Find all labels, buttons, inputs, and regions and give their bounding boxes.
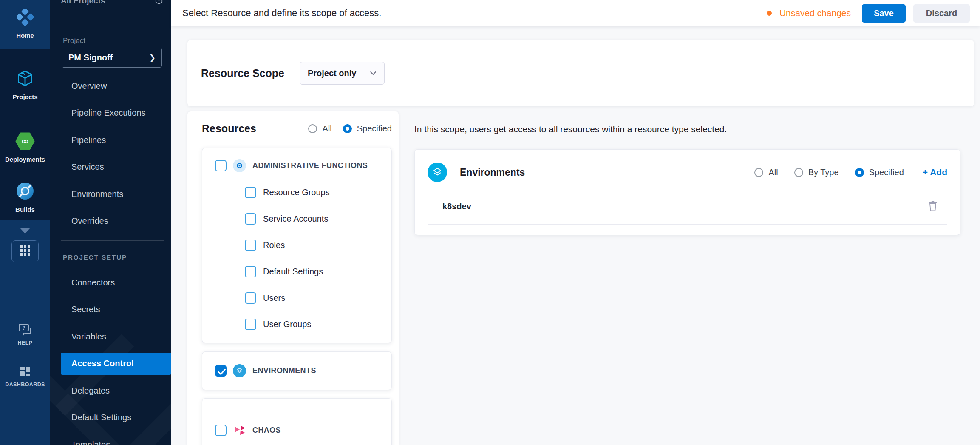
unsaved-dot-icon [767, 11, 772, 16]
environment-row-k8sdev: k8sdev [428, 200, 947, 225]
radio-label: Specified [357, 124, 392, 134]
sidebar-item-access-control[interactable]: Access Control [61, 353, 171, 375]
sidebar-divider [61, 240, 164, 241]
resource-group-card-chaos: CHAOS [202, 398, 392, 445]
scope-dropdown-value: Project only [308, 68, 356, 78]
sidebar-item-overrides[interactable]: Overrides [61, 210, 171, 232]
sidebar-item-overview[interactable]: Overview [61, 75, 171, 97]
sidebar-top-clipped-row[interactable]: All Projects [61, 0, 164, 6]
rail-label: Home [16, 32, 34, 39]
content-area: Resource Scope Project only Resources [171, 26, 980, 445]
sidebar-item-secrets[interactable]: Secrets [61, 299, 171, 321]
collapse-chevron-down-icon[interactable] [20, 228, 30, 234]
resource-group-card-administrative-functions: ADMINISTRATIVE FUNCTIONS Resource Groups… [202, 148, 392, 343]
env-radio-by-type[interactable]: By Type [794, 168, 839, 177]
save-button[interactable]: Save [862, 4, 906, 23]
rail-label: DASHBOARDS [5, 382, 45, 388]
resource-group-title: CHAOS [252, 426, 281, 435]
builds-icon [16, 182, 34, 202]
sidebar-item-pipeline-executions[interactable]: Pipeline Executions [61, 102, 171, 124]
project-setup-section-label: PROJECT SETUP [63, 254, 127, 261]
chevron-right-icon: ❯ [149, 53, 156, 63]
resources-radio-all[interactable]: All [308, 124, 331, 134]
environments-checkbox[interactable] [215, 365, 227, 377]
radio-label: Specified [869, 168, 904, 177]
page-header: Select Resource and define its scope of … [171, 0, 980, 26]
detail-card-title: Environments [460, 167, 525, 178]
unsaved-changes-label: Unsaved changes [779, 8, 851, 18]
radio-label: All [322, 124, 331, 134]
project-selector[interactable]: PM Signoff ❯ [62, 48, 162, 68]
rail-item-deployments[interactable]: ∞ Deployments [0, 126, 50, 170]
rail-label: HELP [18, 340, 33, 346]
module-rail: Home Projects [0, 0, 50, 445]
project-label: Project [63, 37, 85, 45]
service-accounts-checkbox[interactable] [245, 213, 256, 225]
deployments-icon: ∞ [15, 132, 35, 152]
default-settings-checkbox[interactable] [245, 266, 256, 277]
rail-item-projects[interactable]: Projects [0, 63, 50, 107]
chaos-checkbox[interactable] [215, 425, 227, 436]
rail-divider [10, 117, 40, 117]
scope-note: In this scope, users get access to all r… [414, 124, 960, 134]
radio-icon [855, 168, 864, 177]
sidebar-item-templates[interactable]: Templates [61, 434, 171, 445]
grid-icon [20, 245, 31, 258]
home-icon [17, 9, 34, 28]
resource-scope-title: Resource Scope [201, 67, 284, 80]
sidebar-item-connectors[interactable]: Connectors [61, 271, 171, 294]
resource-scope-card: Resource Scope Project only [187, 40, 974, 106]
environment-name: k8sdev [442, 202, 471, 211]
resources-heading: Resources [202, 123, 256, 135]
chevron-down-icon [370, 69, 377, 77]
resource-group-title: ADMINISTRATIVE FUNCTIONS [252, 161, 368, 170]
checkbox-label: Roles [263, 240, 285, 250]
radio-icon [754, 168, 763, 177]
users-checkbox[interactable] [245, 292, 256, 304]
app-window: Home Projects [0, 0, 980, 445]
all-projects-label: All Projects [61, 0, 105, 6]
resources-panel: Resources All Specified [187, 111, 399, 445]
checkbox-row-resource-groups: Resource Groups [245, 187, 383, 198]
discard-button[interactable]: Discard [913, 4, 970, 23]
help-icon: ? [18, 323, 32, 337]
radio-label: All [768, 168, 778, 177]
checkbox-row-users: Users [245, 292, 383, 304]
dashboards-icon [19, 365, 31, 379]
sidebar-item-environments[interactable]: Environments [61, 183, 171, 205]
resource-groups-checkbox[interactable] [245, 187, 256, 198]
resources-radio-specified[interactable]: Specified [343, 124, 392, 134]
sidebar-setup-nav: Connectors Secrets Variables Access Cont… [50, 271, 171, 445]
sidebar-item-delegates[interactable]: Delegates [61, 379, 171, 402]
module-grid-button[interactable] [11, 240, 39, 262]
rail-item-dashboards[interactable]: DASHBOARDS [5, 365, 45, 388]
rail-item-builds[interactable]: Builds [0, 176, 50, 220]
radio-label: By Type [808, 168, 839, 177]
env-radio-all[interactable]: All [754, 168, 778, 177]
sidebar-item-services[interactable]: Services [61, 156, 171, 178]
user-groups-checkbox[interactable] [245, 319, 256, 330]
rail-item-help[interactable]: ? HELP [18, 323, 33, 346]
radio-icon [308, 124, 317, 133]
checkbox-label: Users [263, 293, 285, 303]
rail-item-home[interactable]: Home [0, 0, 50, 49]
scope-dropdown[interactable]: Project only [300, 62, 385, 85]
environments-icon [233, 364, 246, 377]
roles-checkbox[interactable] [245, 240, 256, 251]
delete-trash-icon[interactable] [928, 200, 938, 213]
sidebar-item-default-settings[interactable]: Default Settings [61, 407, 171, 429]
detail-panel: In this scope, users get access to all r… [414, 111, 960, 445]
sidebar-item-pipelines[interactable]: Pipelines [61, 129, 171, 151]
environments-detail-card: Environments All By Type [414, 149, 960, 235]
radio-icon [794, 168, 803, 177]
checkbox-row-default-settings: Default Settings [245, 266, 383, 277]
rail-label: Projects [12, 93, 37, 100]
project-name: PM Signoff [68, 53, 113, 63]
env-radio-specified[interactable]: Specified [855, 168, 904, 177]
resource-group-card-environments: ENVIRONMENTS [202, 351, 392, 390]
checkbox-row-user-groups: User Groups [245, 319, 383, 330]
checkbox-label: Service Accounts [263, 214, 328, 224]
add-environment-link[interactable]: + Add [923, 167, 947, 177]
sidebar-item-variables[interactable]: Variables [61, 325, 171, 348]
admin-functions-checkbox[interactable] [215, 160, 227, 171]
